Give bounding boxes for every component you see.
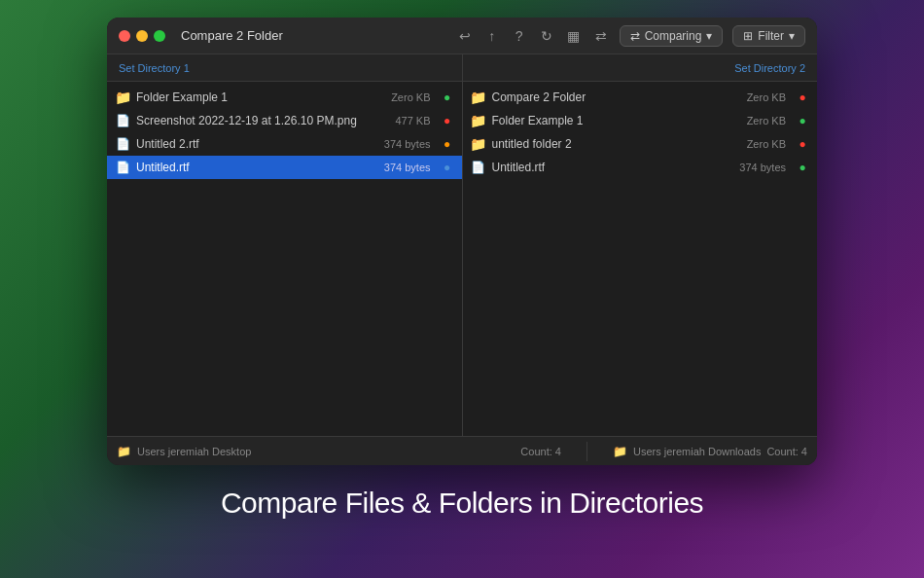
- filter-chevron: ▾: [789, 29, 795, 43]
- undo-icon[interactable]: ↩: [456, 27, 474, 45]
- status-dot: ●: [796, 161, 809, 174]
- status-dot: ●: [441, 114, 454, 127]
- list-item[interactable]: 📄 Untitled 2.rtf 374 bytes ●: [107, 132, 462, 156]
- file-name: Compare 2 Folder: [492, 90, 741, 104]
- comparing-chevron: ▾: [706, 29, 712, 43]
- maximize-button[interactable]: [154, 30, 165, 42]
- list-item[interactable]: 📄 Screenshot 2022-12-19 at 1.26.10 PM.pn…: [107, 109, 462, 132]
- refresh-icon[interactable]: ↻: [538, 27, 555, 45]
- minimize-button[interactable]: [136, 30, 148, 42]
- set-directory-2-button[interactable]: Set Directory 2: [734, 62, 805, 74]
- file-icon: 📄: [115, 113, 130, 128]
- traffic-lights: [119, 30, 165, 42]
- file-icon: 📄: [115, 136, 130, 152]
- footer-left-count: Count: 4: [257, 446, 561, 457]
- folder-icon: 📁: [115, 90, 130, 105]
- list-item[interactable]: 📁 Folder Example 1 Zero KB ●: [463, 109, 818, 132]
- file-size: 477 KB: [395, 115, 430, 126]
- toolbar-icons: ↩ ↑ ? ↻ ▦ ⇄ ⇄ Comparing ▾ ⊞ Filter ▾: [456, 25, 805, 47]
- file-size: Zero KB: [747, 115, 786, 126]
- status-dot: ●: [441, 137, 454, 151]
- list-item[interactable]: 📁 Compare 2 Folder Zero KB ●: [463, 86, 818, 109]
- footer: 📁 Users jeremiah Desktop Count: 4 📁 User…: [107, 436, 817, 465]
- folder-icon: 📁: [471, 136, 486, 152]
- pane-left-file-list: 📁 Folder Example 1 Zero KB ● 📄 Screensho…: [107, 82, 462, 436]
- footer-divider: [586, 442, 587, 461]
- pane-right: Set Directory 2 📁 Compare 2 Folder Zero …: [463, 54, 818, 436]
- compare-icon: ⇄: [630, 29, 640, 43]
- footer-right-path: Users jeremiah Downloads: [633, 446, 761, 457]
- titlebar: Compare 2 Folder ↩ ↑ ? ↻ ▦ ⇄ ⇄ Comparing…: [107, 18, 817, 54]
- file-name: Untitled.rtf: [136, 161, 378, 174]
- pane-right-file-list: 📁 Compare 2 Folder Zero KB ● 📁 Folder Ex…: [463, 82, 818, 436]
- status-dot: ●: [796, 114, 809, 127]
- list-item[interactable]: 📄 Untitled.rtf 374 bytes ●: [463, 156, 818, 179]
- pane-right-header: Set Directory 2: [463, 54, 818, 82]
- file-name: Folder Example 1: [492, 114, 741, 127]
- list-item[interactable]: 📁 Folder Example 1 Zero KB ●: [107, 86, 462, 109]
- file-icon: 📄: [115, 160, 130, 175]
- status-dot: ●: [441, 90, 454, 104]
- filter-icon: ⊞: [743, 29, 753, 43]
- file-size: 374 bytes: [739, 162, 786, 173]
- status-dot: ●: [441, 161, 454, 174]
- upload-icon[interactable]: ↑: [483, 27, 501, 45]
- list-item[interactable]: 📄 Untitled.rtf 374 bytes ●: [107, 156, 462, 179]
- file-icon: 📄: [471, 160, 486, 175]
- window-title: Compare 2 Folder: [181, 28, 448, 43]
- set-directory-1-button[interactable]: Set Directory 1: [119, 62, 190, 74]
- footer-right-folder-icon: 📁: [613, 445, 627, 458]
- comparing-label: Comparing: [645, 29, 702, 43]
- pane-left: Set Directory 1 📁 Folder Example 1 Zero …: [107, 54, 462, 436]
- tagline: Compare Files & Folders in Directories: [221, 487, 703, 520]
- status-dot: ●: [796, 137, 809, 151]
- file-size: 374 bytes: [384, 138, 431, 150]
- file-name: Folder Example 1: [136, 90, 385, 104]
- app-window: Compare 2 Folder ↩ ↑ ? ↻ ▦ ⇄ ⇄ Comparing…: [107, 18, 817, 465]
- footer-right-count: Count: 4: [766, 446, 807, 457]
- list-item[interactable]: 📁 untitled folder 2 Zero KB ●: [463, 132, 818, 156]
- filter-button[interactable]: ⊞ Filter ▾: [732, 25, 805, 47]
- file-name: Screenshot 2022-12-19 at 1.26.10 PM.png: [136, 114, 389, 127]
- footer-left-folder-icon: 📁: [117, 445, 131, 458]
- link-icon[interactable]: ⇄: [592, 27, 610, 45]
- folder-icon: 📁: [471, 113, 486, 128]
- file-size: Zero KB: [747, 91, 786, 103]
- file-name: Untitled 2.rtf: [136, 137, 378, 151]
- folder-icon: 📁: [471, 90, 486, 105]
- content-area: Set Directory 1 📁 Folder Example 1 Zero …: [107, 54, 817, 436]
- pane-left-header: Set Directory 1: [107, 54, 462, 82]
- filter-label: Filter: [758, 29, 784, 43]
- comparing-button[interactable]: ⇄ Comparing ▾: [620, 25, 724, 47]
- close-button[interactable]: [119, 30, 130, 42]
- file-size: 374 bytes: [384, 162, 431, 173]
- file-name: untitled folder 2: [492, 137, 741, 151]
- grid-icon[interactable]: ▦: [565, 27, 583, 45]
- file-size: Zero KB: [747, 138, 786, 150]
- help-icon[interactable]: ?: [511, 27, 528, 45]
- file-name: Untitled.rtf: [492, 161, 734, 174]
- status-dot: ●: [796, 90, 809, 104]
- footer-left-path: Users jeremiah Desktop: [137, 446, 251, 457]
- file-size: Zero KB: [391, 91, 430, 103]
